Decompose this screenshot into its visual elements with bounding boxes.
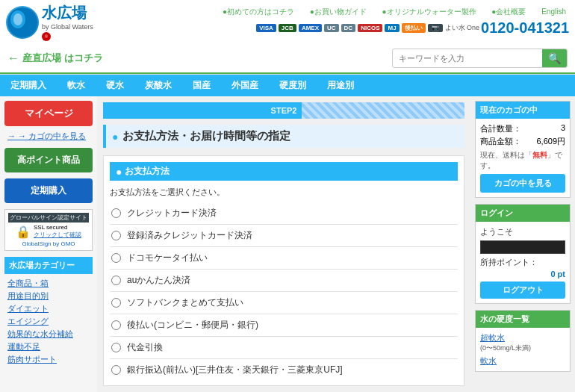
- top-links: ●初めての方はコチラ ●お買い物ガイド ●オリジナルウォーター製作 ●会社概要 …: [220, 7, 569, 17]
- divider-4: [110, 291, 458, 292]
- nav-item-gaikokusan[interactable]: 外国産: [221, 75, 269, 96]
- payment-section-title: お支払方法: [125, 165, 170, 178]
- water-hardness: 水の硬度一覧 超軟水 (0〜50mg/L未満) 軟水: [475, 310, 571, 372]
- payment-option-au[interactable]: auかんたん決済: [110, 271, 458, 290]
- water-hardness-header: 水の硬度一覧: [476, 311, 570, 328]
- radio-au[interactable]: [111, 276, 121, 285]
- radio-credit[interactable]: [111, 208, 121, 218]
- logo-area: 水広場 by Global Waters ®: [6, 3, 93, 41]
- payment-option-au-label[interactable]: auかんたん決済: [127, 274, 190, 287]
- hardness-item-soft[interactable]: 軟水: [480, 355, 565, 367]
- teiki-button[interactable]: 定期購入: [4, 178, 93, 203]
- total-price-label: 商品金額：: [480, 136, 521, 147]
- logout-button[interactable]: ログアウト: [480, 281, 565, 299]
- header-right: ●初めての方はコチラ ●お買い物ガイド ●オリジナルウォーター製作 ●会社概要 …: [220, 7, 569, 38]
- search-button[interactable]: 🔍: [542, 49, 567, 67]
- sidebar-link-hydration[interactable]: 効果的な水分補給: [4, 328, 93, 340]
- radio-atokara[interactable]: [111, 320, 121, 330]
- high-point-button[interactable]: 高ポイント商品: [4, 148, 93, 172]
- step-label: STEP2: [271, 106, 297, 115]
- sidebar-link-diet[interactable]: ダイエット: [4, 302, 93, 315]
- payment-option-softbank-label[interactable]: ソフトバンクまとめて支払い: [127, 296, 243, 309]
- camera-icon: 📷: [428, 24, 443, 32]
- radio-daibiki[interactable]: [111, 343, 121, 352]
- divider-6: [110, 336, 458, 337]
- payment-section-header: ● お支払方法: [110, 162, 458, 181]
- hardness-soft-name[interactable]: 軟水: [480, 356, 497, 365]
- payment-instruction: お支払方法をご選択ください。: [110, 187, 458, 198]
- sidebar-link-muscle[interactable]: 筋肉サポート: [4, 353, 93, 366]
- search-box: 🔍: [392, 49, 568, 68]
- nav-item-teiki[interactable]: 定期購入: [0, 75, 57, 96]
- ssl-badge-title: グローバルサイン認定サイト: [8, 213, 89, 223]
- atokara-icon: 後払い: [402, 23, 426, 33]
- shipping-text: 現在、送料は「無料」です。: [480, 150, 565, 171]
- top-link-company[interactable]: ●会社概要: [484, 7, 526, 16]
- login-points-value: 0 pt: [550, 270, 565, 279]
- sidebar-link-exercise[interactable]: 運動不足: [4, 340, 93, 353]
- ssl-click-text: クリックして確認: [34, 231, 81, 239]
- nav-item-tansansui[interactable]: 炭酸水: [134, 75, 182, 96]
- top-link-original[interactable]: ●オリジナルウォーター製作: [375, 7, 476, 16]
- search-input[interactable]: [393, 51, 542, 66]
- payment-option-docomo-label[interactable]: ドコモケータイ払い: [127, 252, 208, 264]
- login-header: ログイン: [476, 205, 570, 222]
- payment-option-registered-credit[interactable]: 登録済みクレジットカード決済: [110, 226, 458, 245]
- nav-item-nansui[interactable]: 軟水: [57, 75, 96, 96]
- dc-icon: DC: [341, 24, 356, 32]
- cart-summary: 現在のカゴの中 合計数量： 3 商品金額： 6,609円 現在、送料は「無料」で…: [475, 101, 571, 198]
- logo-sub: by Global Waters: [42, 23, 93, 31]
- radio-registered-credit[interactable]: [111, 231, 121, 240]
- step-bar: STEP2: [103, 102, 464, 119]
- right-sidebar: 現在のカゴの中 合計数量： 3 商品金額： 6,609円 現在、送料は「無料」で…: [470, 96, 575, 392]
- view-cart-button[interactable]: カゴの中を見る: [480, 174, 565, 193]
- nav-item-kodobetsu[interactable]: 硬度別: [269, 75, 317, 96]
- payment-option-registered-label[interactable]: 登録済みクレジットカード決済: [127, 229, 252, 242]
- phone-prefix: よい水 One: [445, 23, 480, 33]
- category-header: 水広場カテゴリー: [4, 257, 93, 274]
- payment-option-daibiki[interactable]: 代金引換: [110, 338, 458, 357]
- top-link-english[interactable]: English: [534, 7, 566, 16]
- radio-docomo[interactable]: [111, 253, 121, 263]
- amex-icon: AMEX: [299, 24, 322, 32]
- header: 水広場 by Global Waters ® ●初めての方はコチラ ●お買い物ガ…: [0, 0, 575, 75]
- top-link-guide[interactable]: ●お買い物ガイド: [302, 7, 367, 16]
- login-points-label: 所持ポイント：: [480, 258, 538, 267]
- ssl-badge: グローバルサイン認定サイト 🔒 SSL secured クリックして確認 Glo…: [4, 209, 93, 251]
- payment-option-atokara-label[interactable]: 後払い(コンビニ・郵便局・銀行): [127, 319, 258, 332]
- payment-option-softbank[interactable]: ソフトバンクまとめて支払い: [110, 293, 458, 312]
- divider-3: [110, 269, 458, 270]
- hardness-super-soft-name[interactable]: 超軟水: [480, 333, 505, 342]
- page-title: お支払方法・お届け時間等の指定: [122, 129, 290, 143]
- ssl-secured-text: SSL secured: [34, 224, 81, 231]
- nav-item-yototobetsu[interactable]: 用途別: [317, 75, 364, 96]
- sidebar-link-all[interactable]: 全商品・箱: [4, 277, 93, 290]
- nav: 定期購入 軟水 硬水 炭酸水 国産 外国産 硬度別 用途別: [0, 75, 575, 96]
- total-price-value: 6,609円: [536, 136, 565, 147]
- sidebar-link-yoto[interactable]: 用途目的別: [4, 290, 93, 302]
- cart-summary-header: 現在のカゴの中: [476, 102, 570, 119]
- payment-option-docomo[interactable]: ドコモケータイ払い: [110, 249, 458, 267]
- payment-option-credit-label[interactable]: クレジットカード決済: [127, 207, 217, 220]
- payment-option-bank[interactable]: 銀行振込(前払い)[三井住友・楽天銀行・三菱東京UFJ]: [110, 361, 458, 379]
- total-count-value: 3: [561, 123, 565, 134]
- sidebar-link-aging[interactable]: エイジング: [4, 315, 93, 328]
- radio-softbank[interactable]: [111, 298, 121, 308]
- mypage-button[interactable]: マイページ: [4, 101, 93, 126]
- payment-option-daibiki-label[interactable]: 代金引換: [127, 341, 163, 354]
- payment-option-credit[interactable]: クレジットカード決済: [110, 204, 458, 223]
- divider-7: [110, 358, 458, 359]
- nav-item-kosui[interactable]: 硬水: [96, 75, 134, 96]
- cart-link[interactable]: → カゴの中を見る: [4, 131, 93, 142]
- radio-bank[interactable]: [111, 365, 121, 375]
- sanchi-link-text[interactable]: 産直広場 はコチラ: [22, 52, 103, 65]
- nav-item-kokusan[interactable]: 国産: [182, 75, 221, 96]
- hardness-item-super-soft[interactable]: 超軟水 (0〜50mg/L未満): [480, 332, 565, 353]
- total-count-label: 合計数量：: [480, 123, 521, 134]
- sub-header: ← 産直広場 はコチラ 🔍: [0, 44, 575, 74]
- payment-option-bank-label[interactable]: 銀行振込(前払い)[三井住友・楽天銀行・三菱東京UFJ]: [127, 364, 343, 376]
- payment-section: ● お支払方法 お支払方法をご選択ください。 クレジットカード決済 登録済みクレ…: [103, 155, 464, 386]
- payment-option-atokara[interactable]: 後払い(コンビニ・郵便局・銀行): [110, 316, 458, 335]
- sanchi-link[interactable]: ← 産直広場 はコチラ: [7, 52, 103, 65]
- top-link-first[interactable]: ●初めての方はコチラ: [223, 7, 294, 16]
